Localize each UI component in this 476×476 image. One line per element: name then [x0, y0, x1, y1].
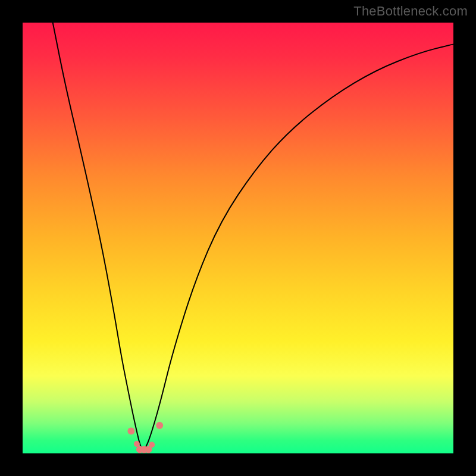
chart-frame: TheBottleneck.com: [0, 0, 476, 476]
bottleneck-markers: [127, 422, 163, 453]
marker-point: [127, 427, 134, 434]
curve-svg: [23, 23, 453, 453]
bottleneck-curve: [53, 23, 453, 449]
marker-point: [156, 422, 163, 429]
marker-point: [134, 441, 140, 447]
marker-point: [149, 442, 155, 448]
watermark-text: TheBottleneck.com: [353, 4, 468, 19]
plot-area: [23, 23, 453, 453]
